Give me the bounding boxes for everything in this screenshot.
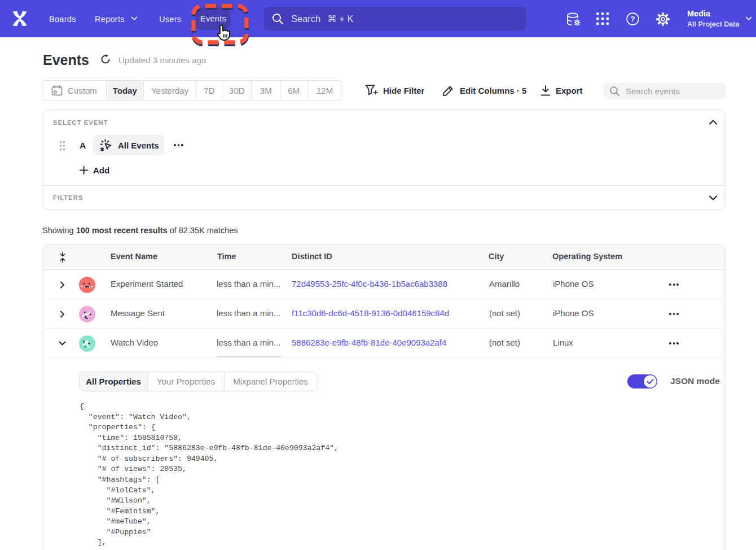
svg-text:?: ? <box>631 15 635 23</box>
